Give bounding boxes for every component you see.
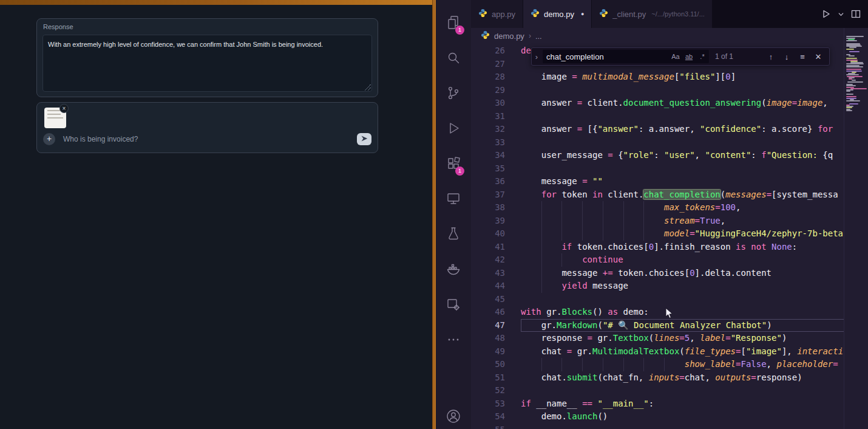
- minimap-line: [846, 58, 857, 59]
- find-input-box: Aa ab .*: [543, 50, 709, 63]
- code-line[interactable]: 54 demo.launch(): [471, 410, 868, 424]
- line-number: 48: [471, 332, 521, 345]
- run-dropdown-icon[interactable]: [838, 12, 844, 17]
- line-number: 32: [471, 123, 521, 136]
- code-line[interactable]: 48 response = gr.Textbox(lines=5, label=…: [471, 332, 868, 345]
- resize-handle-icon[interactable]: [365, 84, 371, 91]
- code-line[interactable]: 34 user_message = {"role": "user", "cont…: [471, 149, 868, 162]
- activity-explorer[interactable]: 1: [436, 5, 471, 40]
- tab-label: app.py: [492, 10, 515, 19]
- code-line[interactable]: 37 for token in client.chat_completion(m…: [471, 188, 868, 202]
- code-line[interactable]: 42 continue: [471, 253, 868, 267]
- code-line[interactable]: 38 max_tokens=100,: [471, 201, 868, 214]
- split-editor-icon[interactable]: [851, 9, 861, 19]
- python-icon: [531, 9, 540, 19]
- code-line[interactable]: 30 answer = client.document_question_ans…: [471, 97, 868, 110]
- code-line[interactable]: 49 chat = gr.MultimodalTextbox(file_type…: [471, 345, 868, 359]
- match-case-icon[interactable]: Aa: [669, 53, 682, 60]
- find-match-highlight: chat_completion: [643, 190, 720, 199]
- code-line[interactable]: 45: [471, 293, 868, 306]
- search-icon: [446, 50, 461, 65]
- code-line[interactable]: 51 chat.submit(chat_fn, inputs=chat, out…: [471, 371, 868, 385]
- multimodal-textbox-block: × + Who is being invoiced?: [36, 102, 378, 153]
- find-in-selection-icon[interactable]: ≡: [796, 52, 809, 61]
- minimap-line: [846, 85, 856, 86]
- remove-attachment-button[interactable]: ×: [59, 104, 69, 113]
- minimap-line: [846, 63, 864, 64]
- docker-icon: [446, 262, 461, 276]
- whole-word-icon[interactable]: ab: [682, 53, 696, 60]
- code-line[interactable]: 53if __name__ == "__main__":: [471, 397, 868, 411]
- activity-more-ellipsis[interactable]: [436, 322, 471, 357]
- tab-label: demo.py: [544, 10, 574, 19]
- code-line[interactable]: 31: [471, 110, 868, 123]
- code-line[interactable]: 43 message += token.choices[0].delta.con…: [471, 267, 868, 280]
- code-line[interactable]: 28 image = multimodal_message["files"][0…: [471, 70, 868, 84]
- code-line[interactable]: 41 if token.choices[0].finish_reason is …: [471, 241, 868, 254]
- line-number: 37: [471, 188, 521, 202]
- activity-remote-explorer[interactable]: [436, 181, 471, 216]
- code-line[interactable]: 52: [471, 384, 868, 397]
- submit-button[interactable]: [357, 133, 371, 145]
- breadcrumb: demo.py › ...: [471, 28, 868, 44]
- close-icon[interactable]: ✕: [812, 52, 824, 61]
- code-line[interactable]: 39 stream=True,: [471, 214, 868, 228]
- activity-extensions[interactable]: 1: [436, 146, 471, 181]
- minimap-line: [846, 110, 852, 111]
- line-number: 30: [471, 97, 521, 110]
- code-line[interactable]: 29: [471, 84, 868, 97]
- activity-account[interactable]: [436, 399, 471, 429]
- code-line[interactable]: 33: [471, 136, 868, 149]
- activity-run-debug[interactable]: [436, 111, 471, 146]
- line-number: 49: [471, 345, 521, 359]
- code-line[interactable]: 50 show_label=False, placeholder=: [471, 358, 868, 371]
- tab-demo-py[interactable]: demo.py●: [523, 0, 592, 28]
- line-number: 31: [471, 110, 521, 123]
- activity-settings-gear[interactable]: [436, 287, 471, 322]
- minimap-line: [846, 96, 856, 97]
- tab--client-py[interactable]: _client.py~/.../python3.11/...: [592, 0, 712, 28]
- code-line[interactable]: 40 model="HuggingFaceH4/zephyr-7b-beta: [471, 227, 868, 241]
- editor-column: app.pydemo.py●_client.py~/.../python3.11…: [471, 0, 868, 429]
- minimap-line: [852, 80, 856, 81]
- activity-source-control[interactable]: [436, 75, 471, 111]
- line-number: 26: [471, 44, 521, 58]
- code-line[interactable]: 44 yield message: [471, 280, 868, 293]
- find-input[interactable]: [543, 52, 669, 61]
- breadcrumb-more[interactable]: ...: [535, 32, 542, 41]
- chat-input-placeholder[interactable]: Who is being invoiced?: [63, 135, 357, 143]
- code-line[interactable]: 35: [471, 162, 868, 176]
- add-file-button[interactable]: +: [43, 133, 55, 145]
- run-icon[interactable]: [821, 9, 831, 19]
- line-number: 33: [471, 136, 521, 149]
- breadcrumb-file[interactable]: demo.py: [494, 32, 524, 41]
- run-debug-icon: [446, 121, 461, 136]
- minimap-line: [846, 49, 854, 50]
- send-icon: [361, 134, 368, 145]
- line-number: 28: [471, 70, 521, 84]
- remote-explorer-icon: [446, 191, 461, 206]
- toggle-replace-icon[interactable]: ›: [532, 52, 541, 61]
- activity-docker[interactable]: [436, 252, 471, 287]
- line-number: 47: [471, 319, 521, 332]
- minimap[interactable]: [844, 28, 868, 429]
- response-textarea[interactable]: With an extremely high level of confiden…: [42, 35, 372, 92]
- editor-actions: [821, 0, 868, 28]
- code-line[interactable]: 36 message = "": [471, 175, 868, 188]
- line-number: 34: [471, 149, 521, 162]
- code-editor[interactable]: 26de2728 image = multimodal_message["fil…: [471, 44, 868, 429]
- regex-icon[interactable]: .*: [696, 53, 709, 60]
- code-line[interactable]: 55: [471, 424, 868, 429]
- tab-app-py[interactable]: app.py: [471, 0, 523, 28]
- line-number: 40: [471, 227, 521, 241]
- code-line[interactable]: 32 answer = [{"answer": a.answer, "confi…: [471, 123, 868, 136]
- line-number: 46: [471, 306, 521, 319]
- app-top-bar: [0, 0, 432, 5]
- line-number: 45: [471, 293, 521, 306]
- find-next-icon[interactable]: ↓: [781, 52, 793, 61]
- activity-search[interactable]: [436, 40, 471, 75]
- activity-test-beaker[interactable]: [436, 216, 471, 252]
- modified-dot-icon[interactable]: ●: [581, 11, 584, 17]
- find-previous-icon[interactable]: ↑: [765, 52, 777, 61]
- screen: Response With an extremely high level of…: [0, 0, 868, 429]
